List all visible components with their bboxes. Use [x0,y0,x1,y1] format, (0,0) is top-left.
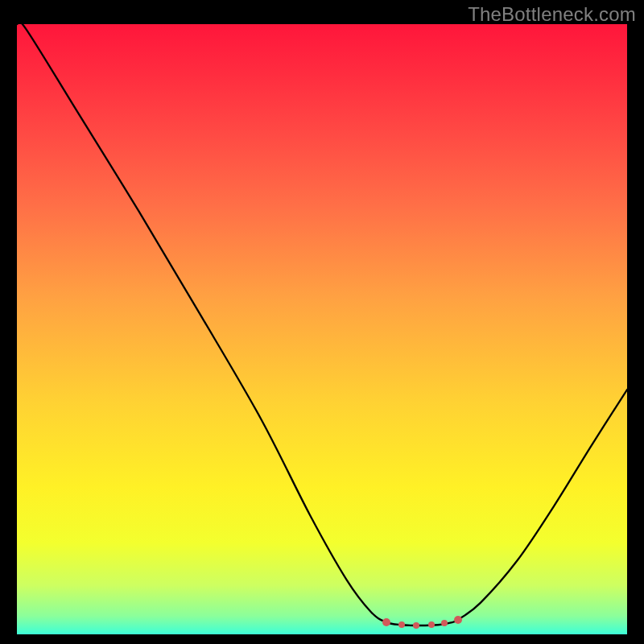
chart-frame: TheBottleneck.com [0,0,644,644]
flat-zone-marker [398,621,405,628]
flat-zone-marker [441,620,448,626]
bottleneck-curve [17,24,627,625]
watermark-text: TheBottleneck.com [468,3,636,26]
curve-svg [17,24,627,634]
flat-zone-marker [382,618,390,626]
plot-area [17,24,627,634]
flat-zone-marker [454,616,462,624]
